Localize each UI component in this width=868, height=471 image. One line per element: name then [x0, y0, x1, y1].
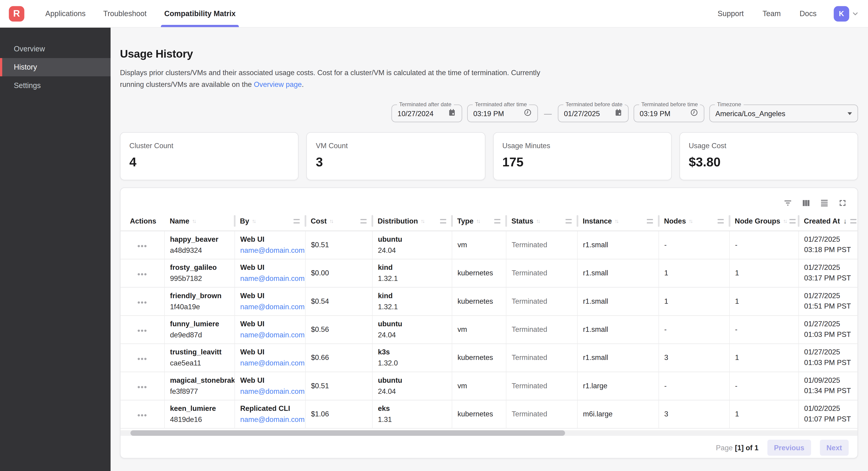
by-email-link[interactable]: name@domain.com	[240, 331, 300, 339]
column-header-status[interactable]: Status	[506, 212, 577, 231]
field-value: 03:19 PM	[473, 109, 504, 118]
terminated-before-date-field[interactable]: Terminated before date 01/27/2025	[558, 105, 629, 122]
tab-applications[interactable]: Applications	[36, 0, 94, 27]
nav-link-support[interactable]: Support	[708, 9, 753, 18]
chevron-down-icon[interactable]	[851, 10, 859, 18]
column-menu-icon[interactable]	[850, 219, 856, 223]
column-menu-icon[interactable]	[790, 219, 796, 223]
next-page-button[interactable]: Next	[820, 440, 849, 456]
sort-icon	[476, 218, 479, 224]
column-menu-icon[interactable]	[494, 219, 500, 223]
cell-actions	[121, 259, 164, 287]
cluster-name: keen_lumiere	[170, 404, 228, 413]
more-horizontal-icon	[141, 273, 144, 275]
by-email-link[interactable]: name@domain.com	[240, 387, 300, 395]
row-actions-button[interactable]	[138, 322, 147, 337]
nav-link-team[interactable]: Team	[753, 9, 790, 18]
column-menu-icon[interactable]	[440, 219, 446, 223]
columns-icon[interactable]	[801, 198, 811, 208]
app-root: R Applications Troubleshoot Compatibilit…	[0, 0, 868, 471]
row-actions-button[interactable]	[138, 350, 147, 365]
sort-icon	[689, 218, 692, 224]
cell-actions	[121, 372, 164, 400]
table-row: happy_beavera48d9324 Web UIname@domain.c…	[121, 231, 858, 259]
distribution-version: 1.32.1	[378, 274, 446, 283]
field-value: America/Los_Angeles	[715, 109, 785, 118]
cell-by: Web UIname@domain.com	[235, 259, 305, 287]
calendar-icon[interactable]	[448, 108, 456, 119]
cell-distribution: kind1.32.1	[372, 259, 452, 287]
column-header-type[interactable]: Type	[452, 212, 506, 231]
terminated-after-date-field[interactable]: Terminated after date 10/27/2024	[392, 105, 462, 122]
cell-created-at: 01/02/202501:07 PM PST	[799, 400, 858, 428]
by-email-link[interactable]: name@domain.com	[240, 359, 300, 367]
more-horizontal-icon	[141, 414, 144, 417]
sort-icon	[330, 218, 333, 224]
calendar-icon[interactable]	[614, 108, 622, 119]
cell-instance: r1.small	[577, 315, 659, 343]
row-actions-button[interactable]	[138, 407, 147, 421]
sidebar-item-settings[interactable]: Settings	[0, 76, 111, 94]
row-actions-button[interactable]	[138, 378, 147, 393]
stat-value: 3	[316, 155, 476, 170]
table-toolbar	[121, 188, 858, 212]
row-actions-button[interactable]	[138, 265, 147, 281]
distribution-version: 1.32.0	[378, 359, 446, 367]
top-nav: R Applications Troubleshoot Compatibilit…	[0, 0, 868, 28]
avatar-initial: K	[839, 9, 844, 18]
timezone-select[interactable]: Timezone America/Los_Angeles	[709, 105, 858, 122]
cell-node-groups: 1	[729, 259, 799, 287]
stat-label: Cluster Count	[129, 142, 289, 150]
dropdown-arrow-icon	[847, 112, 852, 115]
column-menu-icon[interactable]	[718, 219, 723, 223]
avatar[interactable]: K	[834, 6, 849, 21]
row-actions-button[interactable]	[138, 294, 147, 309]
column-header-created-at[interactable]: Created At	[799, 212, 858, 231]
row-actions-button[interactable]	[138, 237, 147, 252]
by-method: Replicated CLI	[240, 404, 300, 413]
column-header-by[interactable]: By	[235, 212, 305, 231]
by-email-link[interactable]: name@domain.com	[240, 274, 300, 283]
filter-icon[interactable]	[783, 198, 793, 208]
usage-table-card: Actions Name By Cost Distribution Type S…	[120, 187, 858, 459]
fullscreen-icon[interactable]	[838, 198, 847, 208]
tab-compatibility-matrix[interactable]: Compatibility Matrix	[155, 0, 244, 27]
column-menu-icon[interactable]	[647, 219, 653, 223]
by-email-link[interactable]: name@domain.com	[240, 302, 300, 311]
column-header-name[interactable]: Name	[164, 212, 235, 231]
by-email-link[interactable]: name@domain.com	[240, 415, 300, 424]
stat-label: Usage Minutes	[502, 142, 662, 150]
by-email-link[interactable]: name@domain.com	[240, 246, 300, 255]
scrollbar-thumb[interactable]	[130, 430, 565, 436]
nav-link-docs[interactable]: Docs	[790, 9, 826, 18]
terminated-after-time-field[interactable]: Terminated after time 03:19 PM	[467, 105, 538, 122]
cell-nodes: -	[658, 372, 729, 400]
stat-label: VM Count	[316, 142, 476, 150]
distribution-name: kind	[378, 292, 446, 300]
column-menu-icon[interactable]	[565, 219, 571, 223]
column-header-node-groups[interactable]: Node Groups	[729, 212, 799, 231]
column-header-nodes[interactable]: Nodes	[658, 212, 729, 231]
density-icon[interactable]	[819, 198, 829, 208]
clock-icon[interactable]	[524, 108, 532, 119]
cluster-id: 4819de16	[170, 415, 228, 424]
terminated-before-time-field[interactable]: Terminated before time 03:19 PM	[633, 105, 704, 122]
column-header-instance[interactable]: Instance	[577, 212, 659, 231]
sidebar-item-overview[interactable]: Overview	[0, 40, 111, 58]
column-header-cost[interactable]: Cost	[305, 212, 372, 231]
brand-logo[interactable]: R	[9, 6, 24, 21]
more-horizontal-icon	[141, 245, 144, 247]
distribution-version: 24.04	[378, 246, 446, 255]
previous-page-button[interactable]: Previous	[767, 440, 811, 456]
column-header-distribution[interactable]: Distribution	[372, 212, 452, 231]
cell-type: vm	[452, 231, 506, 259]
tab-troubleshoot[interactable]: Troubleshoot	[94, 0, 155, 27]
column-menu-icon[interactable]	[293, 219, 300, 223]
clock-icon[interactable]	[690, 108, 698, 119]
sidebar-item-history[interactable]: History	[0, 58, 111, 76]
cell-cost: $0.51	[305, 231, 372, 259]
column-label: By	[240, 217, 249, 225]
stat-card-cluster-count: Cluster Count 4	[120, 132, 299, 180]
overview-page-link[interactable]: Overview page	[254, 80, 302, 88]
column-menu-icon[interactable]	[361, 219, 367, 223]
